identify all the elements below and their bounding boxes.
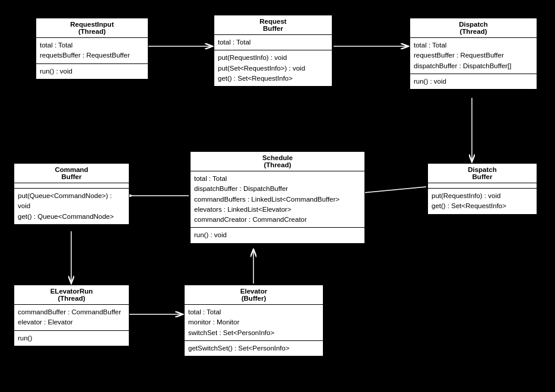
- requestinput-methods: run() : void: [36, 64, 148, 79]
- requestbuffer-title: RequestBuffer: [214, 15, 332, 35]
- dispatch-thread-box: Dispatch(Thread) total : Total requestBu…: [410, 18, 537, 90]
- requestinput-box: RequestInput (Thread) total : Total requ…: [36, 18, 148, 79]
- dispatchbuffer-methods: put(RequestInfo) : void get() : Set<Requ…: [428, 189, 537, 214]
- elevatorrun-title: ELevatorRun(Thread): [14, 285, 129, 305]
- commandbuffer-title: CommandBuffer: [14, 164, 129, 183]
- schedule-methods: run() : void: [191, 228, 364, 243]
- elevator-title: Elevator(Buffer): [185, 285, 323, 305]
- requestinput-attrs: total : Total requetsBuffer : RequestBuf…: [36, 38, 148, 64]
- schedule-attrs: total : Total dispatchBuffer : DispatchB…: [191, 171, 364, 228]
- elevator-attrs: total : Total monitor : Monitor switchSe…: [185, 305, 323, 341]
- commandbuffer-methods: put(Queue<CommandNode>) : void get() : Q…: [14, 189, 129, 224]
- dispatchbuffer-title: DispatchBuffer: [428, 164, 537, 183]
- schedule-title: Schedule(Thread): [191, 152, 364, 171]
- diagram-area: RequestInput (Thread) total : Total requ…: [0, 0, 555, 392]
- elevatorrun-attrs: commandBuffer : CommandBuffer elevator :…: [14, 305, 129, 331]
- dispatch-thread-methods: run() : void: [410, 74, 537, 89]
- elevatorrun-box: ELevatorRun(Thread) commandBuffer : Comm…: [14, 285, 129, 346]
- dispatchbuffer-box: DispatchBuffer put(RequestInfo) : void g…: [427, 163, 537, 215]
- commandbuffer-box: CommandBuffer put(Queue<CommandNode>) : …: [14, 163, 129, 225]
- requestbuffer-methods: put(RequestInfo) : void put(Set<RequestI…: [214, 50, 332, 86]
- dispatchbuffer-attrs: [428, 183, 537, 189]
- elevator-box: Elevator(Buffer) total : Total monitor :…: [184, 285, 324, 356]
- elevator-methods: getSwitchSet() : Set<PersonInfo>: [185, 341, 323, 356]
- requestinput-title: RequestInput (Thread): [36, 18, 148, 38]
- elevatorrun-methods: run(): [14, 331, 129, 346]
- requestbuffer-attrs: total : Total: [214, 35, 332, 50]
- dispatch-thread-title: Dispatch(Thread): [410, 18, 537, 38]
- dispatch-thread-attrs: total : Total requestBuffer : RequestBuf…: [410, 38, 537, 74]
- schedule-box: Schedule(Thread) total : Total dispatchB…: [190, 151, 365, 244]
- commandbuffer-attrs: [14, 183, 129, 189]
- svg-line-4: [363, 187, 426, 193]
- requestbuffer-box: RequestBuffer total : Total put(RequestI…: [214, 15, 332, 87]
